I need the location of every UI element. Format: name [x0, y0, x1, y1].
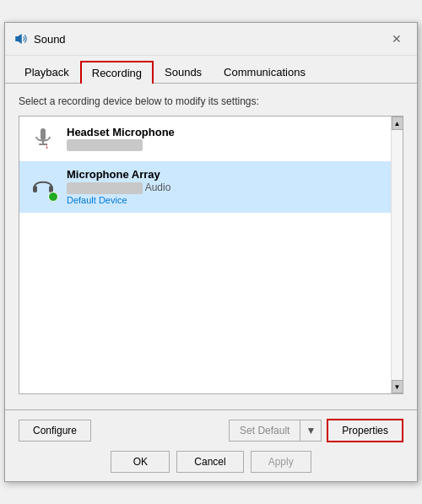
apply-button[interactable]: Apply — [251, 451, 311, 473]
svg-marker-0 — [15, 34, 22, 44]
headset-sub — [67, 139, 382, 152]
tab-recording[interactable]: Recording — [80, 61, 154, 84]
headset-name: Headset Microphone — [67, 126, 382, 138]
scroll-up[interactable]: ▲ — [392, 117, 403, 130]
mic-array-icon — [28, 171, 58, 202]
ok-button[interactable]: OK — [111, 451, 170, 473]
configure-button[interactable]: Configure — [19, 420, 91, 442]
tab-playback[interactable]: Playback — [14, 61, 80, 84]
title-bar: Sound ✕ — [5, 23, 417, 56]
sound-icon — [14, 31, 29, 46]
content-area: Select a recording device below to modif… — [5, 84, 417, 406]
headset-info: Headset Microphone — [67, 126, 382, 152]
devices-list: ↓ Headset Microphone — [19, 117, 391, 393]
mic-array-name: Microphone Array — [67, 168, 382, 181]
tab-sounds[interactable]: Sounds — [154, 61, 213, 84]
scrollbar[interactable]: ▲ ▼ — [391, 117, 403, 393]
svg-rect-5 — [33, 186, 37, 192]
mic-array-sub: Audio — [67, 182, 382, 194]
mic-array-sub-text: Audio — [145, 182, 171, 193]
set-default-dropdown-button[interactable]: ▼ — [300, 420, 322, 442]
mic-array-status: Default Device — [67, 195, 382, 205]
footer: Configure Set Default ▼ Properties OK Ca… — [5, 409, 417, 481]
headset-icon-graphic: ↓ — [30, 125, 57, 152]
default-properties-group: Set Default ▼ Properties — [229, 419, 403, 442]
tab-bar: Playback Recording Sounds Communications — [5, 56, 417, 84]
instruction-text: Select a recording device below to modif… — [19, 95, 403, 107]
sound-dialog: Sound ✕ Playback Recording Sounds Commun… — [4, 22, 418, 482]
set-default-button[interactable]: Set Default — [229, 420, 300, 442]
dialog-buttons: OK Cancel Apply — [19, 451, 403, 473]
window-title: Sound — [34, 33, 66, 46]
svg-text:↓: ↓ — [45, 141, 49, 150]
headset-mic-icon: ↓ — [28, 123, 58, 154]
mic-array-info: Microphone Array Audio Default Device — [67, 168, 382, 205]
device-item-headset[interactable]: ↓ Headset Microphone — [19, 117, 391, 161]
green-status-dot — [48, 192, 58, 202]
cancel-button[interactable]: Cancel — [176, 451, 243, 473]
device-item-mic-array[interactable]: Microphone Array Audio Default Device — [19, 161, 391, 213]
properties-button[interactable]: Properties — [327, 419, 403, 442]
tab-communications[interactable]: Communications — [213, 61, 316, 84]
scroll-down[interactable]: ▼ — [392, 380, 403, 393]
close-button[interactable]: ✕ — [385, 30, 408, 48]
svg-rect-1 — [41, 128, 46, 140]
mic-array-blurred-label — [67, 182, 143, 194]
headset-blurred-label — [67, 139, 143, 151]
